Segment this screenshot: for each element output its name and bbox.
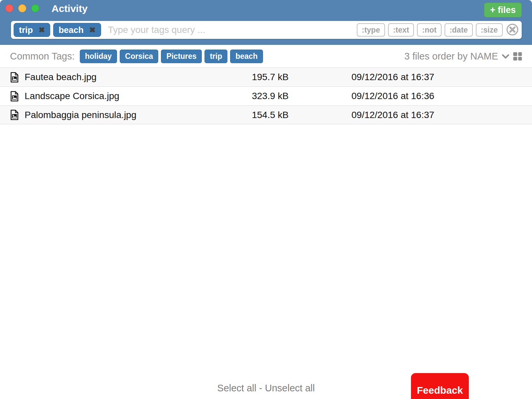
files-order-label[interactable]: 3 files order by NAME <box>404 51 498 62</box>
window-close-button[interactable] <box>5 4 13 12</box>
sort-controls: 3 files order by NAME <box>404 51 522 62</box>
chevron-down-icon[interactable] <box>501 52 510 61</box>
tag-chip-trip[interactable]: trip ✖ <box>14 23 50 37</box>
filter-not-button[interactable]: :not <box>417 23 441 37</box>
file-list: Fautea beach.jpg 195.7 kB 09/12/2016 at … <box>0 67 532 124</box>
unselect-all-link[interactable]: Unselect all <box>265 383 315 393</box>
window-minimize-button[interactable] <box>18 4 26 12</box>
common-tag-corsica[interactable]: Corsica <box>120 50 158 63</box>
image-file-icon <box>10 109 19 120</box>
app-window: Activity + files trip ✖ beach ✖ :type :t… <box>0 0 532 399</box>
common-tag-pictures[interactable]: Pictures <box>161 50 202 63</box>
tag-chip-label: beach <box>59 25 83 35</box>
grid-view-icon[interactable] <box>513 52 522 61</box>
tag-chip-beach[interactable]: beach ✖ <box>53 23 101 37</box>
common-tags-toolbar: Common Tags: holiday Corsica Pictures tr… <box>0 45 532 67</box>
file-row[interactable]: Palombaggia peninsula.jpg 154.5 kB 09/12… <box>0 105 532 124</box>
file-size: 195.7 kB <box>222 72 289 82</box>
page-title: Activity <box>52 2 87 15</box>
add-files-button[interactable]: + files <box>484 3 522 17</box>
tags-query-input[interactable] <box>104 25 354 35</box>
filter-size-button[interactable]: :size <box>476 23 503 37</box>
select-all-link[interactable]: Select all <box>217 383 256 393</box>
file-row[interactable]: Landscape Corsica.jpg 323.9 kB 09/12/201… <box>0 86 532 105</box>
filter-text-button[interactable]: :text <box>388 23 414 37</box>
file-row[interactable]: Fautea beach.jpg 195.7 kB 09/12/2016 at … <box>0 67 532 86</box>
file-name: Palombaggia peninsula.jpg <box>25 110 222 120</box>
filter-type-button[interactable]: :type <box>357 23 385 37</box>
remove-tag-icon[interactable]: ✖ <box>89 26 95 34</box>
file-date: 09/12/2016 at 16:37 <box>289 110 532 120</box>
file-name: Fautea beach.jpg <box>25 72 222 82</box>
links-separator: - <box>256 383 265 393</box>
image-file-icon <box>10 72 19 83</box>
file-date: 09/12/2016 at 16:36 <box>289 91 532 101</box>
tags-query-bar[interactable]: trip ✖ beach ✖ :type :text :not :date :s… <box>11 21 522 39</box>
titlebar: Activity + files trip ✖ beach ✖ :type :t… <box>0 0 532 45</box>
filter-date-button[interactable]: :date <box>445 23 473 37</box>
remove-tag-icon[interactable]: ✖ <box>39 26 45 34</box>
file-size: 323.9 kB <box>222 91 289 101</box>
common-tag-beach[interactable]: beach <box>230 50 263 63</box>
common-tag-holiday[interactable]: holiday <box>80 50 117 63</box>
circle-x-icon <box>506 23 519 37</box>
file-name: Landscape Corsica.jpg <box>25 91 222 101</box>
window-zoom-button[interactable] <box>31 4 39 12</box>
file-size: 154.5 kB <box>222 110 289 120</box>
common-tag-trip[interactable]: trip <box>204 50 227 63</box>
file-date: 09/12/2016 at 16:37 <box>289 72 532 82</box>
feedback-button[interactable]: Feedback <box>411 373 469 399</box>
common-tags-label: Common Tags: <box>10 51 75 62</box>
image-file-icon <box>10 91 19 102</box>
clear-query-button[interactable] <box>506 23 519 37</box>
tag-chip-label: trip <box>19 25 33 35</box>
